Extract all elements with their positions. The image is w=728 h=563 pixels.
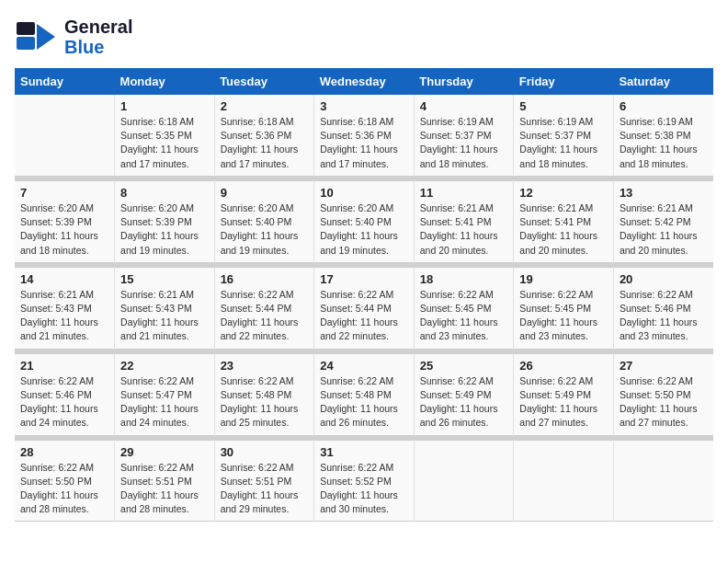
calendar-cell: 12Sunrise: 6:21 AMSunset: 5:41 PMDayligh… [514,180,614,262]
svg-marker-2 [37,24,55,50]
calendar-cell: 22Sunrise: 6:22 AMSunset: 5:47 PMDayligh… [115,353,215,435]
day-info: Sunrise: 6:21 AMSunset: 5:41 PMDaylight:… [519,201,608,258]
day-number: 13 [620,186,708,200]
day-info: Sunrise: 6:22 AMSunset: 5:47 PMDaylight:… [120,374,209,431]
calendar-cell [15,95,115,176]
calendar-cell: 23Sunrise: 6:22 AMSunset: 5:48 PMDayligh… [214,353,314,435]
day-number: 20 [620,272,708,286]
day-info: Sunrise: 6:21 AMSunset: 5:42 PMDaylight:… [620,201,708,258]
day-number: 28 [20,445,108,459]
day-number: 12 [519,186,608,200]
weekday-header-tuesday: Tuesday [214,68,314,95]
day-info: Sunrise: 6:22 AMSunset: 5:51 PMDaylight:… [221,461,309,517]
day-number: 23 [221,359,309,373]
day-number: 26 [519,359,608,373]
day-info: Sunrise: 6:22 AMSunset: 5:50 PMDaylight:… [620,374,708,431]
day-number: 1 [120,99,209,113]
calendar-cell: 18Sunrise: 6:22 AMSunset: 5:45 PMDayligh… [414,267,514,349]
logo-icon [15,15,59,59]
day-number: 29 [120,445,209,459]
day-info: Sunrise: 6:21 AMSunset: 5:41 PMDaylight:… [420,201,508,258]
calendar-cell: 14Sunrise: 6:21 AMSunset: 5:43 PMDayligh… [15,267,115,349]
weekday-header-wednesday: Wednesday [314,68,415,95]
calendar-cell: 13Sunrise: 6:21 AMSunset: 5:42 PMDayligh… [613,180,713,262]
week-row-5: 28Sunrise: 6:22 AMSunset: 5:50 PMDayligh… [15,440,713,522]
day-info: Sunrise: 6:22 AMSunset: 5:45 PMDaylight:… [519,288,608,344]
day-number: 31 [320,445,408,459]
svg-rect-0 [17,22,35,35]
day-number: 30 [221,445,309,459]
day-number: 10 [320,186,408,200]
weekday-header-thursday: Thursday [414,68,514,95]
calendar-cell: 29Sunrise: 6:22 AMSunset: 5:51 PMDayligh… [115,440,215,522]
week-row-1: 1Sunrise: 6:18 AMSunset: 5:35 PMDaylight… [15,95,713,176]
calendar-cell: 28Sunrise: 6:22 AMSunset: 5:50 PMDayligh… [15,440,115,522]
calendar-cell: 27Sunrise: 6:22 AMSunset: 5:50 PMDayligh… [613,353,713,435]
svg-rect-1 [17,37,35,50]
day-info: Sunrise: 6:19 AMSunset: 5:37 PMDaylight:… [519,115,608,171]
calendar-table: SundayMondayTuesdayWednesdayThursdayFrid… [15,68,713,522]
logo-text-block: General Blue [64,17,132,57]
day-number: 19 [519,272,608,286]
day-info: Sunrise: 6:22 AMSunset: 5:48 PMDaylight:… [221,374,309,431]
day-info: Sunrise: 6:22 AMSunset: 5:45 PMDaylight:… [420,288,508,344]
day-number: 27 [620,359,708,373]
weekday-header-monday: Monday [115,68,215,95]
day-number: 3 [320,99,408,113]
weekday-header-row: SundayMondayTuesdayWednesdayThursdayFrid… [15,68,713,95]
day-number: 14 [20,272,108,286]
day-info: Sunrise: 6:18 AMSunset: 5:36 PMDaylight:… [320,115,408,171]
calendar-cell: 21Sunrise: 6:22 AMSunset: 5:46 PMDayligh… [15,353,115,435]
calendar-cell [414,440,514,522]
calendar-cell: 30Sunrise: 6:22 AMSunset: 5:51 PMDayligh… [214,440,314,522]
day-info: Sunrise: 6:21 AMSunset: 5:43 PMDaylight:… [120,288,209,344]
calendar-cell: 8Sunrise: 6:20 AMSunset: 5:39 PMDaylight… [115,180,215,262]
calendar-cell: 1Sunrise: 6:18 AMSunset: 5:35 PMDaylight… [115,95,215,176]
calendar-cell [613,440,713,522]
day-number: 7 [20,186,108,200]
day-info: Sunrise: 6:22 AMSunset: 5:46 PMDaylight:… [20,374,108,431]
calendar-cell: 31Sunrise: 6:22 AMSunset: 5:52 PMDayligh… [314,440,415,522]
weekday-header-friday: Friday [514,68,614,95]
day-number: 9 [221,186,309,200]
calendar-cell: 9Sunrise: 6:20 AMSunset: 5:40 PMDaylight… [214,180,314,262]
day-info: Sunrise: 6:19 AMSunset: 5:38 PMDaylight:… [620,115,708,171]
day-number: 8 [120,186,209,200]
day-info: Sunrise: 6:20 AMSunset: 5:40 PMDaylight:… [221,201,309,258]
week-row-4: 21Sunrise: 6:22 AMSunset: 5:46 PMDayligh… [15,353,713,435]
calendar-cell: 5Sunrise: 6:19 AMSunset: 5:37 PMDaylight… [514,95,614,176]
calendar-cell: 16Sunrise: 6:22 AMSunset: 5:44 PMDayligh… [214,267,314,349]
weekday-header-sunday: Sunday [15,68,115,95]
calendar-cell: 4Sunrise: 6:19 AMSunset: 5:37 PMDaylight… [414,95,514,176]
calendar-cell: 17Sunrise: 6:22 AMSunset: 5:44 PMDayligh… [314,267,415,349]
day-number: 5 [519,99,608,113]
calendar-cell: 3Sunrise: 6:18 AMSunset: 5:36 PMDaylight… [314,95,415,176]
calendar-cell: 2Sunrise: 6:18 AMSunset: 5:36 PMDaylight… [214,95,314,176]
day-info: Sunrise: 6:22 AMSunset: 5:49 PMDaylight:… [519,374,608,431]
day-number: 4 [420,99,508,113]
day-number: 11 [420,186,508,200]
day-number: 2 [221,99,309,113]
day-info: Sunrise: 6:20 AMSunset: 5:39 PMDaylight:… [120,201,209,258]
logo-blue-text: Blue [64,37,104,57]
day-info: Sunrise: 6:22 AMSunset: 5:44 PMDaylight:… [221,288,309,344]
calendar-cell: 25Sunrise: 6:22 AMSunset: 5:49 PMDayligh… [414,353,514,435]
logo: General Blue [15,15,132,59]
calendar-cell: 20Sunrise: 6:22 AMSunset: 5:46 PMDayligh… [613,267,713,349]
day-info: Sunrise: 6:21 AMSunset: 5:43 PMDaylight:… [20,288,108,344]
day-number: 24 [320,359,408,373]
day-info: Sunrise: 6:22 AMSunset: 5:48 PMDaylight:… [320,374,408,431]
weekday-header-saturday: Saturday [613,68,713,95]
day-info: Sunrise: 6:22 AMSunset: 5:50 PMDaylight:… [20,461,108,517]
day-info: Sunrise: 6:20 AMSunset: 5:39 PMDaylight:… [20,201,108,258]
week-row-3: 14Sunrise: 6:21 AMSunset: 5:43 PMDayligh… [15,267,713,349]
day-info: Sunrise: 6:22 AMSunset: 5:49 PMDaylight:… [420,374,508,431]
day-number: 18 [420,272,508,286]
day-number: 21 [20,359,108,373]
day-info: Sunrise: 6:18 AMSunset: 5:36 PMDaylight:… [221,115,309,171]
day-info: Sunrise: 6:20 AMSunset: 5:40 PMDaylight:… [320,201,408,258]
calendar-cell: 10Sunrise: 6:20 AMSunset: 5:40 PMDayligh… [314,180,415,262]
day-info: Sunrise: 6:22 AMSunset: 5:44 PMDaylight:… [320,288,408,344]
week-row-2: 7Sunrise: 6:20 AMSunset: 5:39 PMDaylight… [15,180,713,262]
calendar-cell: 19Sunrise: 6:22 AMSunset: 5:45 PMDayligh… [514,267,614,349]
